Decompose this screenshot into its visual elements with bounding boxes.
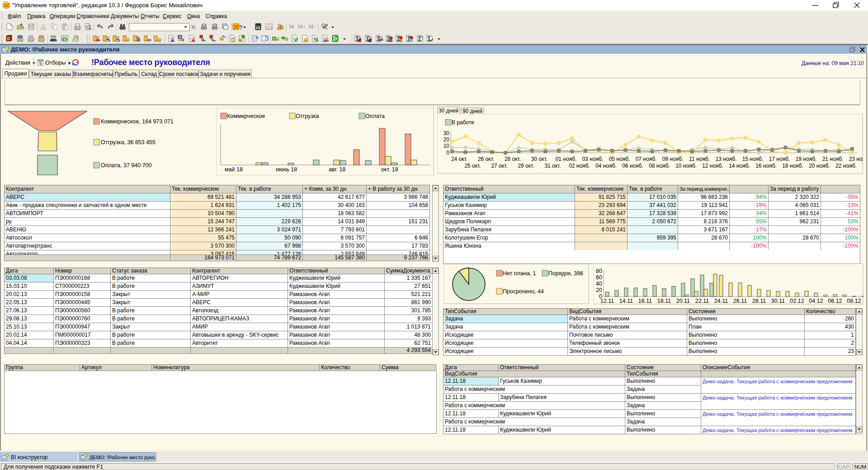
svg-text:1С: 1С xyxy=(234,24,240,29)
svg-text:26 окт.: 26 окт. xyxy=(478,156,494,162)
svg-text:40: 40 xyxy=(596,281,602,287)
svg-text:M−: M− xyxy=(308,24,316,30)
svg-text:22 нояб.: 22 нояб. xyxy=(835,163,857,169)
svg-text:27 окт.: 27 окт. xyxy=(491,163,507,169)
svg-text:09 нояб.: 09 нояб. xyxy=(662,156,684,162)
svg-text:18 нояб.: 18 нояб. xyxy=(782,163,803,169)
svg-text:20.11: 20.11 xyxy=(676,298,690,304)
svg-text:16.11: 16.11 xyxy=(638,298,652,304)
svg-text:18.11: 18.11 xyxy=(657,298,671,304)
svg-text:май 18: май 18 xyxy=(225,166,243,173)
svg-text:Просрочено, 44: Просрочено, 44 xyxy=(503,288,544,295)
svg-text:20: 20 xyxy=(596,287,602,293)
svg-text:Отгрузка: Отгрузка xyxy=(296,113,319,119)
svg-text:03 нояб.: 03 нояб. xyxy=(582,156,604,162)
svg-text:21 нояб.: 21 нояб. xyxy=(822,156,844,162)
svg-text:15 нояб.: 15 нояб. xyxy=(742,156,764,162)
svg-text:02 нояб.: 02 нояб. xyxy=(569,163,590,169)
svg-text:04.12: 04.12 xyxy=(809,298,823,304)
svg-text:07 нояб.: 07 нояб. xyxy=(636,156,657,162)
svg-text:Оплата, 37 940 700: Оплата, 37 940 700 xyxy=(101,162,152,169)
svg-text:20 нояб.: 20 нояб. xyxy=(809,163,830,169)
svg-text:01 нояб.: 01 нояб. xyxy=(556,156,577,162)
svg-text:16 нояб.: 16 нояб. xyxy=(755,163,777,169)
svg-text:24.11: 24.11 xyxy=(714,298,728,304)
svg-text:Отгрузка, 36 853 455: Отгрузка, 36 853 455 xyxy=(101,139,156,146)
svg-text:80: 80 xyxy=(596,268,602,274)
svg-text:Порядок, 386: Порядок, 386 xyxy=(548,270,583,277)
svg-text:30: 30 xyxy=(443,130,450,136)
svg-text:Нет плана, 1: Нет плана, 1 xyxy=(503,270,536,277)
svg-text:30 окт.: 30 окт. xyxy=(531,156,547,162)
svg-text:14.11: 14.11 xyxy=(619,298,633,304)
svg-text:Коммерческое: Коммерческое xyxy=(227,113,265,119)
svg-text:1С: 1С xyxy=(4,3,10,8)
svg-text:11 нояб.: 11 нояб. xyxy=(689,156,710,162)
svg-text:02.12: 02.12 xyxy=(790,298,804,304)
svg-text:28 окт.: 28 окт. xyxy=(505,156,521,162)
svg-text:06.12: 06.12 xyxy=(828,298,842,304)
svg-text:30.11: 30.11 xyxy=(771,298,785,304)
svg-text:29 окт.: 29 окт. xyxy=(518,163,534,169)
svg-text:28.11: 28.11 xyxy=(752,298,766,304)
svg-text:20: 20 xyxy=(443,136,450,143)
svg-text:авг. 18: авг. 18 xyxy=(329,166,346,173)
svg-text:60: 60 xyxy=(596,274,602,281)
svg-text:M: M xyxy=(289,24,294,30)
svg-text:10: 10 xyxy=(443,143,450,149)
svg-text:23 нояб.: 23 нояб. xyxy=(849,156,863,162)
svg-text:0: 0 xyxy=(446,150,449,156)
svg-text:$: $ xyxy=(64,38,66,42)
svg-text:06 нояб.: 06 нояб. xyxy=(622,163,643,169)
svg-text:Коммерческое, 164 973 071: Коммерческое, 164 973 071 xyxy=(101,118,174,125)
svg-text:19 нояб.: 19 нояб. xyxy=(796,156,817,162)
svg-text:05 нояб.: 05 нояб. xyxy=(609,156,630,162)
svg-text:Оплата: Оплата xyxy=(365,113,385,119)
svg-text:08.12: 08.12 xyxy=(847,298,861,304)
svg-text:12 нояб.: 12 нояб. xyxy=(702,163,723,169)
svg-text:10 нояб.: 10 нояб. xyxy=(675,163,697,169)
svg-text:24 окт.: 24 окт. xyxy=(451,156,467,162)
svg-text:25 окт.: 25 окт. xyxy=(464,163,481,169)
svg-text:26.11: 26.11 xyxy=(733,298,747,304)
svg-text:окт. 18: окт. 18 xyxy=(381,166,398,173)
svg-text:13 нояб.: 13 нояб. xyxy=(716,156,737,162)
svg-text:M+: M+ xyxy=(297,24,306,30)
svg-text:31 окт.: 31 окт. xyxy=(544,163,561,169)
svg-text:04 нояб.: 04 нояб. xyxy=(595,163,617,169)
svg-text:14 нояб.: 14 нояб. xyxy=(729,163,750,169)
svg-text:июнь 18: июнь 18 xyxy=(276,166,297,173)
svg-text:22.11: 22.11 xyxy=(695,298,709,304)
svg-text:В работе: В работе xyxy=(452,119,474,126)
svg-text:?: ? xyxy=(239,24,242,31)
svg-text:08 нояб.: 08 нояб. xyxy=(649,163,670,169)
svg-text:12.11: 12.11 xyxy=(600,298,614,304)
svg-text:17 нояб.: 17 нояб. xyxy=(769,156,790,162)
